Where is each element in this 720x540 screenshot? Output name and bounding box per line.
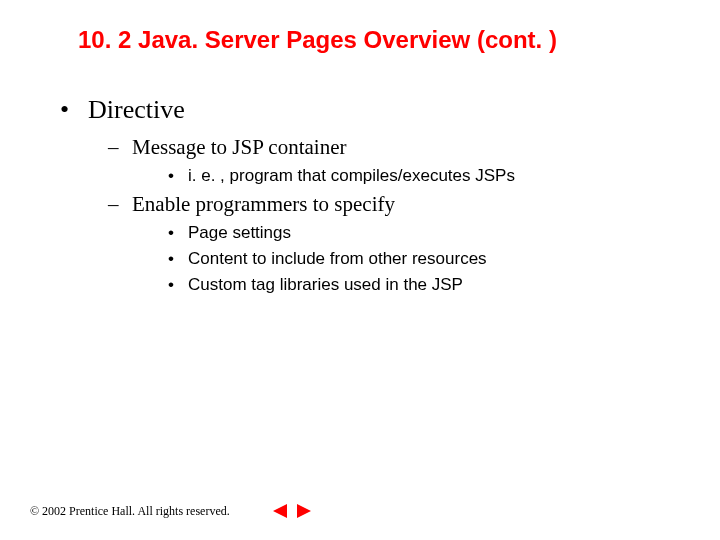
bullet-level1-text: Directive: [88, 95, 185, 125]
next-slide-button[interactable]: [294, 502, 314, 520]
slide-title: 10. 2 Java. Server Pages Overview (cont.…: [78, 26, 557, 54]
bullet-level3-text: Page settings: [188, 223, 291, 243]
bullet-level3: • Custom tag libraries used in the JSP: [60, 275, 680, 295]
bullet-dot-icon: •: [168, 166, 188, 186]
bullet-level2: – Enable programmers to specify: [60, 192, 680, 217]
bullet-level2: – Message to JSP container: [60, 135, 680, 160]
bullet-dot-icon: •: [168, 249, 188, 269]
bullet-dash-icon: –: [108, 192, 132, 217]
bullet-level3: • Content to include from other resource…: [60, 249, 680, 269]
triangle-left-icon: [273, 504, 287, 518]
triangle-right-icon: [297, 504, 311, 518]
prev-slide-button[interactable]: [270, 502, 290, 520]
bullet-level3: • i. e. , program that compiles/executes…: [60, 166, 680, 186]
copyright-text: © 2002 Prentice Hall. All rights reserve…: [30, 504, 230, 519]
bullet-level2-text: Enable programmers to specify: [132, 192, 395, 217]
bullet-dot-icon: •: [60, 95, 88, 125]
slide-footer: © 2002 Prentice Hall. All rights reserve…: [30, 502, 690, 520]
bullet-level3: • Page settings: [60, 223, 680, 243]
bullet-level1: • Directive: [60, 95, 680, 125]
bullet-level2-text: Message to JSP container: [132, 135, 346, 160]
bullet-dot-icon: •: [168, 223, 188, 243]
bullet-level3-text: Custom tag libraries used in the JSP: [188, 275, 463, 295]
bullet-level3-text: Content to include from other resources: [188, 249, 487, 269]
bullet-level3-text: i. e. , program that compiles/executes J…: [188, 166, 515, 186]
bullet-dash-icon: –: [108, 135, 132, 160]
slide-body: • Directive – Message to JSP container •…: [60, 95, 680, 301]
bullet-dot-icon: •: [168, 275, 188, 295]
nav-controls: [270, 502, 314, 520]
